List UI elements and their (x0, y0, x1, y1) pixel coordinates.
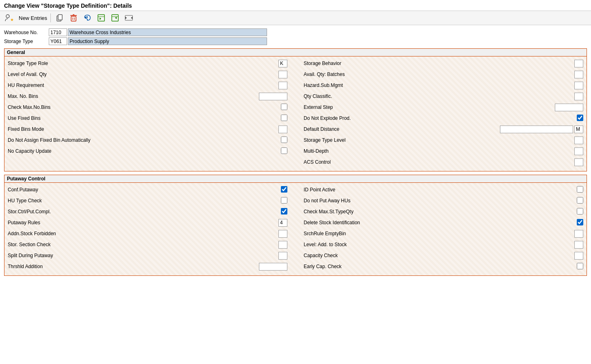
fixed-bins-mode-input[interactable] (278, 126, 287, 133)
external-step-input[interactable] (555, 104, 583, 111)
conf-putaway-checkbox[interactable] (281, 186, 287, 193)
use-fixed-bins-checkbox[interactable] (281, 115, 287, 121)
early-cap-check-checkbox[interactable] (577, 263, 583, 269)
addn-stock-forbidden-input[interactable] (278, 230, 287, 238)
thrshld-addition-row: Thrshld Addition (8, 262, 287, 271)
id-point-active-row: ID Point Active (304, 185, 583, 194)
max-no-bins-input[interactable] (259, 93, 287, 100)
do-not-explode-prod-row: Do Not Explode Prod. (304, 114, 583, 123)
delete-button[interactable] (68, 13, 79, 23)
general-right-col: Storage Behavior Avail. Qty: Batches Haz… (296, 59, 583, 169)
use-fixed-bins-label: Use Fixed Bins (8, 115, 279, 121)
content-area: Warehouse No. Storage Type General Stora… (0, 25, 591, 282)
thrshld-addition-label: Thrshld Addition (8, 264, 257, 269)
level-add-to-stock-label: Level: Add. to Stock (304, 242, 573, 247)
storage-type-level-input[interactable] (574, 136, 583, 144)
hu-requirement-input[interactable] (278, 82, 287, 89)
qty-classific-label: Qty Classific. (304, 93, 573, 99)
stor-ctrl-put-compl-row: Stor.Ctrl/Put.Compl. (8, 207, 287, 216)
stor-section-check-input[interactable] (278, 241, 287, 249)
hazard-sub-mgmt-input[interactable] (574, 82, 583, 89)
level-avail-qty-label: Level of Avail. Qty (8, 72, 277, 77)
split-during-putaway-row: Split During Putaway (8, 251, 287, 260)
putaway-rules-row: Putaway Rules (8, 218, 287, 227)
check-max-st-typeqty-checkbox[interactable] (577, 208, 583, 214)
level-avail-qty-input[interactable] (278, 71, 287, 78)
no-capacity-update-label: No Capacity Update (8, 148, 279, 154)
undo-button[interactable] (82, 13, 93, 23)
addn-stock-forbidden-row: Addn.Stock Forbidden (8, 229, 287, 238)
hu-type-check-checkbox[interactable] (281, 197, 287, 204)
stor-ctrl-put-compl-checkbox[interactable] (281, 208, 287, 214)
putaway-rules-input[interactable] (278, 219, 287, 227)
general-section-body: Storage Type Role Level of Avail. Qty HU… (4, 56, 587, 171)
storage-behavior-input[interactable] (574, 60, 583, 67)
hu-requirement-row: HU Requirement (8, 81, 287, 90)
copy-button[interactable] (54, 13, 65, 23)
multi-depth-input[interactable] (574, 147, 583, 155)
save-button[interactable] (109, 13, 121, 23)
max-no-bins-label: Max. No. Bins (8, 93, 257, 99)
storage-type-desc[interactable] (68, 37, 267, 45)
id-point-active-label: ID Point Active (304, 187, 575, 193)
warehouse-no-desc[interactable] (68, 28, 267, 36)
default-distance-unit[interactable] (574, 126, 583, 133)
toolbar: ★ New Entries (0, 11, 591, 25)
page-title: Change View "Storage Type Definition": D… (0, 0, 591, 11)
svg-rect-10 (98, 15, 104, 21)
external-step-row: External Step (304, 103, 583, 112)
id-point-active-checkbox[interactable] (577, 186, 583, 193)
avail-qty-batches-row: Avail. Qty: Batches (304, 70, 583, 79)
stor-ctrl-put-compl-label: Stor.Ctrl/Put.Compl. (8, 209, 279, 214)
warehouse-no-code[interactable] (49, 28, 67, 36)
no-capacity-update-row: No Capacity Update (8, 147, 287, 156)
max-no-bins-row: Max. No. Bins (8, 92, 287, 101)
svg-marker-17 (131, 17, 133, 19)
default-distance-row: Default Distance (304, 125, 583, 134)
srch-rule-emptybin-input[interactable] (574, 230, 583, 238)
svg-marker-18 (125, 17, 127, 19)
do-not-explode-prod-checkbox[interactable] (577, 115, 583, 121)
toolbar-separator-1 (50, 13, 51, 22)
avail-qty-batches-input[interactable] (574, 71, 583, 78)
do-not-put-away-hus-row: Do not Put Away HUs (304, 196, 583, 205)
putaway-section-body: Conf.Putaway HU Type Check Stor.Ctrl/Put… (4, 183, 587, 275)
qty-classific-input[interactable] (574, 93, 583, 100)
capacity-check-input[interactable] (574, 252, 583, 260)
storage-type-code[interactable] (49, 37, 67, 45)
prev-page-button[interactable] (96, 13, 107, 23)
do-not-assign-fixed-bin-label: Do Not Assign Fixed Bin Automatically (8, 137, 279, 143)
new-entries-icon-btn[interactable]: ★ (3, 13, 15, 23)
stor-section-check-row: Stor. Section Check (8, 240, 287, 249)
new-entries-label[interactable]: New Entries (19, 15, 47, 21)
storage-type-role-input[interactable] (278, 60, 287, 67)
do-not-assign-fixed-bin-checkbox[interactable] (281, 136, 287, 143)
storage-type-row: Storage Type (4, 37, 587, 45)
check-max-no-bins-row: Check Max.No.Bins (8, 103, 287, 112)
split-during-putaway-input[interactable] (278, 252, 287, 260)
svg-text:★: ★ (10, 17, 13, 22)
default-distance-label: Default Distance (304, 126, 498, 132)
qty-classific-row: Qty Classific. (304, 92, 583, 101)
acs-control-input[interactable] (574, 158, 583, 166)
svg-rect-4 (71, 16, 76, 21)
do-not-assign-fixed-bin-row: Do Not Assign Fixed Bin Automatically (8, 136, 287, 145)
default-distance-input[interactable] (500, 126, 573, 133)
srch-rule-emptybin-label: SrchRule EmptyBin (304, 231, 573, 236)
svg-point-0 (6, 15, 9, 18)
check-max-st-typeqty-row: Check Max.St.TypeQty (304, 207, 583, 216)
fixed-bins-mode-label: Fixed Bins Mode (8, 126, 277, 132)
level-add-to-stock-input[interactable] (574, 241, 583, 249)
general-left-col: Storage Type Role Level of Avail. Qty HU… (8, 59, 296, 169)
other-button[interactable] (123, 13, 135, 23)
avail-qty-batches-label: Avail. Qty: Batches (304, 72, 573, 77)
do-not-explode-prod-label: Do Not Explode Prod. (304, 115, 575, 121)
conf-putaway-row: Conf.Putaway (8, 185, 287, 194)
multi-depth-label: Multi-Depth (304, 148, 573, 154)
do-not-put-away-hus-checkbox[interactable] (577, 197, 583, 204)
thrshld-addition-input[interactable] (259, 263, 287, 271)
delete-stock-identification-checkbox[interactable] (577, 219, 583, 225)
no-capacity-update-checkbox[interactable] (281, 147, 287, 154)
putaway-left-col: Conf.Putaway HU Type Check Stor.Ctrl/Put… (8, 185, 296, 273)
check-max-no-bins-checkbox[interactable] (281, 104, 287, 110)
